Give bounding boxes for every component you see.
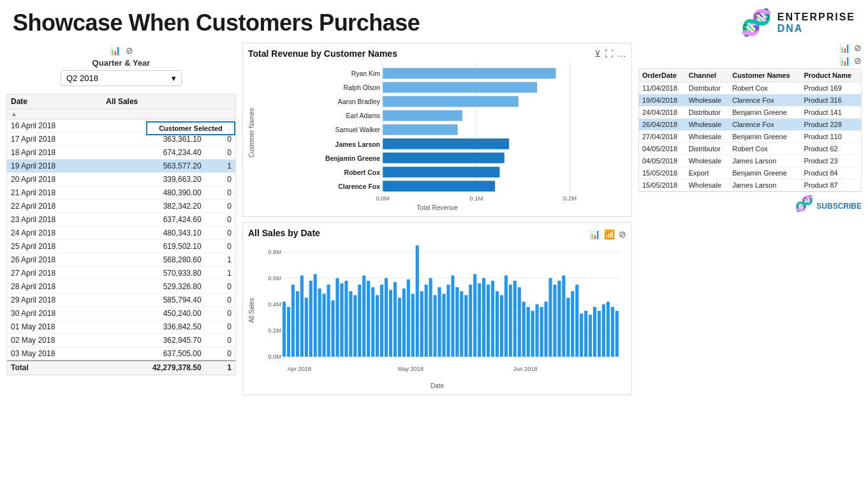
svg-rect-71: [446, 285, 450, 357]
customer-cell: Clarence Fox: [729, 119, 800, 131]
table-row: 22 April 2018 382,342.20 0: [7, 200, 235, 213]
more-options-icon[interactable]: …: [617, 49, 626, 59]
svg-rect-81: [491, 281, 494, 357]
orderdate-cell: 15/05/2018: [639, 167, 686, 179]
order-table-body: 11/04/2018 Distributor Robert Cox Produc…: [639, 82, 861, 191]
area-chart-container: All Sales 0.8M0.6M0.4M0.2M0.0MApr 2018Ma…: [248, 241, 626, 381]
svg-rect-40: [309, 281, 313, 357]
filter-funnel-icon[interactable]: ⊻: [594, 49, 601, 59]
channel-cell: Wholesale: [686, 179, 730, 191]
svg-rect-37: [296, 291, 299, 357]
order-table-row: 27/04/2018 Wholesale Benjamin Greene Pro…: [639, 131, 861, 143]
svg-rect-17: [383, 139, 509, 149]
svg-rect-85: [509, 285, 512, 357]
svg-rect-41: [314, 274, 317, 357]
svg-text:Ralph Olson: Ralph Olson: [343, 84, 380, 91]
svg-rect-88: [522, 302, 526, 357]
svg-text:0.4M: 0.4M: [268, 301, 281, 308]
area-column-icon[interactable]: 📶: [604, 229, 615, 239]
product-cell: Product 169: [800, 82, 861, 94]
svg-rect-51: [358, 285, 361, 357]
table-row: 26 April 2018 568,280.60 1: [7, 253, 235, 267]
svg-rect-64: [416, 245, 419, 357]
bar-chart-icon[interactable]: 📊: [110, 45, 121, 56]
all-sales-cell: 637,424.60: [102, 213, 205, 227]
subscribe-text[interactable]: SUBSCRIBE: [816, 202, 862, 211]
customer-cell: Benjamin Greene: [729, 107, 800, 119]
svg-rect-74: [460, 291, 463, 357]
channel-cell: Export: [686, 167, 730, 179]
order-table-row: 26/04/2018 Wholesale Clarence Fox Produc…: [639, 119, 861, 131]
bar-chart-title: Total Revenue by Customer Names: [248, 49, 397, 59]
table-row: 19 April 2018 563,577.20 1: [7, 160, 235, 173]
order-table-row: 15/05/2018 Export Benjamin Greene Produc…: [639, 167, 861, 179]
selected-cell: 0: [205, 227, 235, 240]
svg-rect-66: [425, 285, 428, 357]
selected-cell: 0: [205, 173, 235, 186]
right-bar-icon[interactable]: 📊: [839, 43, 850, 53]
svg-rect-103: [589, 315, 592, 357]
area-bar-icon[interactable]: 📊: [589, 229, 600, 239]
svg-rect-96: [557, 281, 561, 357]
svg-rect-23: [383, 181, 495, 191]
svg-rect-89: [527, 307, 530, 357]
svg-rect-108: [611, 307, 614, 357]
svg-rect-97: [562, 276, 565, 357]
svg-rect-67: [429, 278, 432, 357]
date-cell: 03 May 2018: [7, 347, 102, 361]
filter-icon[interactable]: ⊘: [126, 45, 133, 56]
svg-text:0.2M: 0.2M: [268, 327, 281, 334]
table-row: 03 May 2018 637,505.00 0: [7, 347, 235, 361]
svg-rect-101: [580, 313, 583, 357]
dropdown-value: Q2 2018: [66, 73, 98, 83]
svg-rect-72: [451, 276, 454, 357]
svg-rect-109: [615, 311, 619, 357]
right-no2-icon[interactable]: ⊘: [854, 56, 862, 66]
svg-rect-35: [287, 307, 290, 357]
customer-cell: Benjamin Greene: [729, 131, 800, 143]
product-cell: Product 110: [800, 131, 861, 143]
customer-names-header: Customer Names: [729, 69, 800, 82]
expand-icon[interactable]: ⛶: [605, 49, 614, 59]
svg-rect-36: [291, 285, 295, 357]
customer-selected-header: Customer Selected: [146, 121, 235, 135]
selected-cell: 0: [205, 146, 235, 160]
svg-rect-42: [318, 288, 321, 357]
svg-rect-70: [442, 294, 445, 357]
orderdate-cell: 15/05/2018: [639, 179, 686, 191]
svg-rect-11: [383, 96, 519, 107]
area-no-icon[interactable]: ⊘: [619, 229, 626, 239]
customer-cell: Robert Cox: [729, 143, 800, 155]
svg-rect-100: [575, 285, 578, 357]
sort-indicator-row: ▲: [7, 109, 235, 119]
customer-selected-column-header: [205, 94, 235, 109]
middle-panel: Total Revenue by Customer Names ⊻ ⛶ … Cu…: [242, 43, 632, 395]
area-chart-y-axis-label: All Sales: [248, 241, 257, 381]
svg-rect-48: [344, 281, 348, 357]
table-row: 27 April 2018 570,933.80 1: [7, 267, 235, 280]
area-chart-svg: 0.8M0.6M0.4M0.2M0.0MApr 2018May 2018Jun …: [260, 241, 626, 381]
area-chart-x-axis-label: Date: [248, 382, 626, 389]
quarter-year-dropdown[interactable]: Q2 2018 ▾: [61, 70, 182, 86]
selected-cell: 1: [205, 160, 235, 173]
right-no-icon[interactable]: ⊘: [854, 43, 862, 53]
total-all-sales: 42,279,378.50: [102, 361, 205, 375]
filter-label: Quarter & Year: [11, 58, 231, 68]
total-label: Total: [7, 361, 102, 375]
svg-rect-52: [362, 276, 365, 357]
svg-rect-98: [566, 297, 570, 356]
date-column-header: Date: [7, 94, 102, 109]
date-cell: 01 May 2018: [7, 320, 102, 334]
table-row: 21 April 2018 480,390.00 0: [7, 186, 235, 200]
orderdate-cell: 04/05/2018: [639, 143, 686, 155]
svg-rect-60: [398, 297, 401, 356]
table-header-row: Date All Sales: [7, 94, 235, 109]
dna-icon: 🧬: [740, 8, 772, 38]
svg-rect-63: [411, 294, 415, 357]
svg-text:May 2018: May 2018: [398, 366, 424, 372]
date-cell: 21 April 2018: [7, 186, 102, 200]
svg-rect-21: [383, 167, 499, 177]
all-sales-cell: 480,390.00: [102, 186, 205, 200]
right-bar2-icon[interactable]: 📊: [839, 56, 850, 66]
svg-rect-107: [607, 302, 610, 357]
